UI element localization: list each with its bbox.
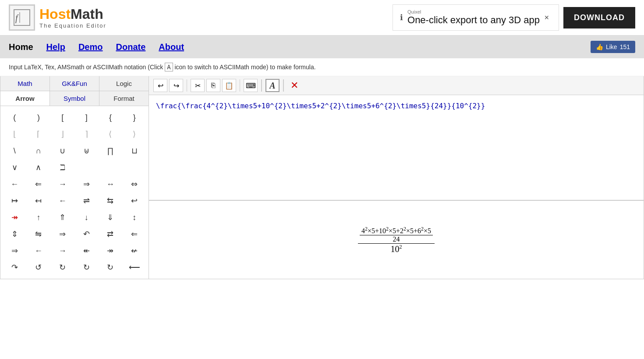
tab-row-1: Math GK&Fun Logic [0, 76, 149, 91]
like-button[interactable]: 👍 Like 151 [591, 41, 635, 53]
toolbar-separator-2 [240, 79, 240, 92]
nav-about[interactable]: About [159, 36, 184, 58]
sym-rdarr2[interactable]: ⇒ [51, 226, 74, 242]
nav-donate[interactable]: Donate [116, 36, 146, 58]
download-button[interactable]: DOWNLOAD [563, 7, 635, 28]
tab-row-2: Arrow Symbol Format [0, 91, 149, 106]
sym-lrarr[interactable]: ↔ [99, 176, 122, 192]
sym-leftrightarrows2[interactable]: ⇋ [27, 226, 50, 242]
like-count: 151 [620, 43, 630, 50]
sym-circlearrowright[interactable]: ↻ [51, 259, 74, 275]
insert-button[interactable]: ⌨ [244, 79, 258, 92]
redo-button[interactable]: ↪ [169, 79, 183, 92]
sym-updown[interactable]: ↕ [123, 210, 146, 225]
sym-leftright[interactable]: ⇆ [99, 193, 122, 209]
sym-rparen[interactable]: ) [27, 110, 50, 125]
sym-lrdarr[interactable]: ⇔ [123, 176, 146, 192]
sym-mapsfrom[interactable]: ↤ [27, 193, 50, 209]
sym-intersect[interactable]: ∩ [27, 143, 50, 159]
sym-udarr[interactable]: ⇑ [51, 210, 74, 225]
instructions-text-after: icon to switch to ASCIIMath mode) to mak… [173, 64, 316, 71]
ad-area: ℹ Quixel One-click export to any 3D app … [393, 4, 635, 31]
sym-rbracket[interactable]: ] [75, 110, 98, 125]
sym-beth[interactable]: ℶ [51, 160, 74, 175]
sym-empty1 [75, 160, 98, 175]
logo-icon: f [9, 4, 35, 31]
tab-symbol[interactable]: Symbol [50, 91, 99, 106]
cut-button[interactable]: ✂ [191, 79, 205, 92]
sym-rdarr[interactable]: ⇒ [75, 176, 98, 192]
sym-twoheadleftarrow[interactable]: ↞ [75, 243, 98, 259]
ad-source: Quixel [407, 9, 540, 14]
sym-ldarr2[interactable]: ⇐ [123, 226, 146, 242]
sym-sqcup[interactable]: ⊔ [123, 143, 146, 159]
sym-rceil[interactable]: ⌉ [75, 126, 98, 142]
sym-ldarr[interactable]: ⇐ [27, 176, 50, 192]
sym-uplus[interactable]: ⊎ [75, 143, 98, 159]
ad-text: One-click export to any 3D app [407, 14, 540, 26]
sym-updownd[interactable]: ⇕ [3, 226, 26, 242]
sym-wedge[interactable]: ∧ [27, 160, 50, 175]
sym-lbrace[interactable]: { [99, 110, 122, 125]
sym-darr[interactable]: ↓ [75, 210, 98, 225]
paste-button[interactable]: 📋 [222, 79, 236, 92]
clear-button[interactable]: ✕ [287, 79, 301, 92]
copy-button[interactable]: ⎘ [206, 79, 220, 92]
sym-larr3[interactable]: ← [27, 243, 50, 259]
sym-rightleftarrows[interactable]: ⇄ [99, 226, 122, 242]
nav-demo[interactable]: Demo [78, 36, 103, 58]
tab-gkfun[interactable]: GK&Fun [50, 76, 99, 91]
sym-rbrace[interactable]: } [123, 110, 146, 125]
sym-hookleft[interactable]: ↩ [123, 193, 146, 209]
nav-bar: Home Help Demo Donate About 👍 Like 151 [0, 36, 644, 58]
sym-uarr[interactable]: ↑ [27, 210, 50, 225]
sym-nleftarrow[interactable]: ↚ [123, 243, 146, 259]
sym-lceil[interactable]: ⌈ [27, 126, 50, 142]
sym-longleftarrow[interactable]: ⟵ [123, 259, 146, 275]
like-label: Like [606, 43, 617, 50]
sym-rarr3[interactable]: → [51, 243, 74, 259]
tab-arrow[interactable]: Arrow [0, 91, 50, 106]
tab-math[interactable]: Math [0, 76, 50, 91]
sym-lparen[interactable]: ( [3, 110, 26, 125]
sym-curvearrowleft[interactable]: ↶ [75, 226, 98, 242]
sym-union[interactable]: ∪ [51, 143, 74, 159]
font-mode-button[interactable]: A [265, 79, 280, 92]
logo-area: f HostMath The Equation Editor [9, 4, 106, 31]
sym-circlearrowleft[interactable]: ↺ [27, 259, 50, 275]
sym-circlearrowright3[interactable]: ↻ [99, 259, 122, 275]
tab-format[interactable]: Format [99, 91, 149, 106]
ad-close-icon[interactable]: ✕ [544, 14, 549, 21]
sym-vee[interactable]: ∨ [3, 160, 26, 175]
sym-larr2[interactable]: ← [51, 193, 74, 209]
logo-text: HostMath The Equation Editor [39, 6, 106, 29]
sym-rfloor[interactable]: ⌋ [51, 126, 74, 142]
sym-ddarr[interactable]: ⇓ [99, 210, 122, 225]
undo-button[interactable]: ↩ [153, 79, 167, 92]
sym-rdarr3[interactable]: ⇒ [3, 243, 26, 259]
outer-denominator: 102 [389, 244, 403, 254]
tab-logic[interactable]: Logic [99, 76, 149, 91]
thumbs-up-icon: 👍 [596, 43, 603, 50]
sym-circlearrowright2[interactable]: ↻ [75, 259, 98, 275]
sym-larr[interactable]: ← [3, 176, 26, 192]
sym-rangle[interactable]: ⟩ [123, 126, 146, 142]
equation-input[interactable]: \frac{\frac{4^{2}\times5+10^{2}\times5+2… [149, 95, 644, 200]
sym-rarr[interactable]: → [51, 176, 74, 192]
sym-lfloor[interactable]: ⌊ [3, 126, 26, 142]
sym-lbracket[interactable]: [ [51, 110, 74, 125]
right-panel: ↩ ↪ ✂ ⎘ 📋 ⌨ A ✕ \frac{\frac{4^{2}\times5… [149, 76, 644, 279]
sym-curvearrowright[interactable]: ↷ [3, 259, 26, 275]
sym-langle[interactable]: ⟨ [99, 126, 122, 142]
inner-numerator: 42×5+102×5+22×5+62×5 [360, 226, 433, 235]
nav-help[interactable]: Help [46, 36, 65, 58]
nav-home[interactable]: Home [9, 36, 33, 58]
sym-empty2 [99, 160, 122, 175]
sym-mapsto[interactable]: ↦ [3, 193, 26, 209]
sym-rightleft[interactable]: ⇌ [75, 193, 98, 209]
sym-backslash[interactable]: \ [3, 143, 26, 159]
sym-prod[interactable]: ∏ [99, 143, 122, 159]
outer-numerator: 42×5+102×5+22×5+62×5 24 [358, 226, 435, 243]
sym-twoheadrightarrow2[interactable]: ↠ [99, 243, 122, 259]
sym-twoheadrightarrow[interactable]: ↠ [3, 210, 26, 225]
